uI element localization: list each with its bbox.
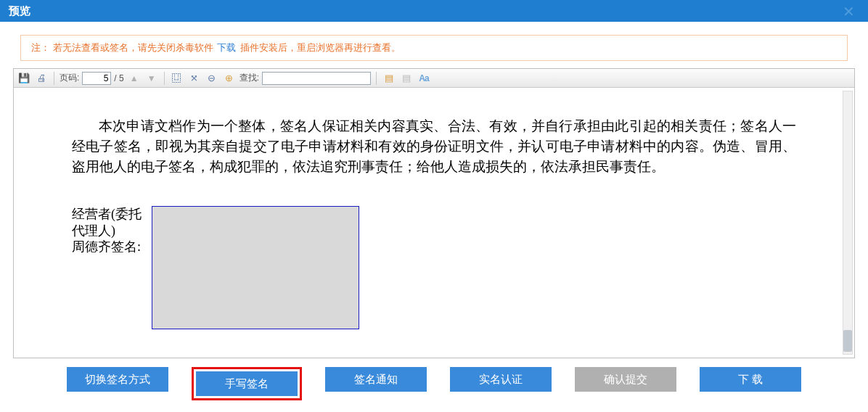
page-label: 页码: [60, 72, 79, 84]
sign-notice-button[interactable]: 签名通知 [325, 367, 427, 392]
notice-text-2: 插件安装后，重启浏览器再进行查看。 [240, 42, 401, 53]
doc-icon-2[interactable]: ▤ [399, 71, 414, 86]
confirm-submit-button: 确认提交 [575, 367, 676, 392]
doc-icon-1[interactable]: ▤ [382, 71, 396, 86]
modal-title: 预览 [9, 4, 30, 18]
signer-role-line2: 代理人) [72, 223, 152, 239]
handwrite-highlight: 手写签名 [192, 367, 302, 400]
signature-block: 经营者(委托 代理人) 周德齐签名: [72, 206, 796, 329]
page-next-icon[interactable]: ▼ [144, 71, 159, 86]
page-total: / 5 [114, 73, 123, 83]
document-content: 本次申请文档作为一个整体，签名人保证相关内容真实、合法、有效，并自行承担由此引起… [14, 88, 854, 344]
zoom-out-icon[interactable]: ⊖ [205, 71, 219, 86]
signer-name-line: 周德齐签名: [72, 239, 152, 255]
signer-role-line1: 经营者(委托 [72, 206, 152, 223]
toolbar-separator [376, 72, 377, 85]
fit-width-icon[interactable]: ⿶ [170, 71, 184, 86]
footer-buttons: 切换签名方式 手写签名 签名通知 实名认证 确认提交 下 载 [0, 367, 868, 400]
scrollbar[interactable] [843, 91, 853, 355]
print-icon[interactable]: 🖨 [34, 71, 49, 86]
document-pane: 本次申请文档作为一个整体，签名人保证相关内容真实、合法、有效，并自行承担由此引起… [14, 88, 854, 358]
text-size-icon[interactable]: Aa [417, 71, 431, 86]
viewer-toolbar: 💾 🖨 页码: / 5 ▲ ▼ ⿶ ⤧ ⊖ ⊕ 查找: ▤ ▤ Aa [14, 69, 854, 88]
search-label: 查找: [239, 72, 259, 84]
signer-label: 经营者(委托 代理人) 周德齐签名: [72, 206, 152, 329]
toolbar-separator [54, 72, 54, 85]
notice-bar: 注： 若无法查看或签名，请先关闭杀毒软件 下载 插件安装后，重启浏览器再进行查看… [20, 35, 848, 61]
preview-modal: 预览 ✕ 注： 若无法查看或签名，请先关闭杀毒软件 下载 插件安装后，重启浏览器… [0, 0, 868, 412]
toolbar-separator [164, 72, 165, 85]
search-input[interactable] [262, 72, 371, 85]
switch-sign-mode-button[interactable]: 切换签名方式 [67, 367, 168, 392]
notice-text-1: 若无法查看或签名，请先关闭杀毒软件 [53, 42, 213, 53]
realname-auth-button[interactable]: 实名认证 [450, 367, 552, 392]
handwrite-sign-button[interactable]: 手写签名 [196, 371, 298, 396]
scrollbar-thumb[interactable] [843, 330, 852, 352]
save-icon[interactable]: 💾 [17, 71, 31, 86]
page-number-input[interactable] [82, 72, 111, 85]
modal-header: 预览 ✕ [0, 0, 868, 22]
notice-prefix: 注： [31, 42, 50, 53]
close-icon[interactable]: ✕ [843, 3, 855, 20]
download-plugin-link[interactable]: 下载 [217, 42, 236, 53]
scrollbar-track [843, 91, 853, 355]
download-button[interactable]: 下 载 [700, 367, 801, 392]
fit-page-icon[interactable]: ⤧ [187, 71, 202, 86]
zoom-in-icon[interactable]: ⊕ [222, 71, 237, 86]
document-viewer: 💾 🖨 页码: / 5 ▲ ▼ ⿶ ⤧ ⊖ ⊕ 查找: ▤ ▤ Aa 本次申请文… [13, 68, 855, 358]
signature-box[interactable] [152, 206, 359, 329]
document-paragraph: 本次申请文档作为一个整体，签名人保证相关内容真实、合法、有效，并自行承担由此引起… [72, 117, 796, 177]
page-prev-icon[interactable]: ▲ [127, 71, 142, 86]
